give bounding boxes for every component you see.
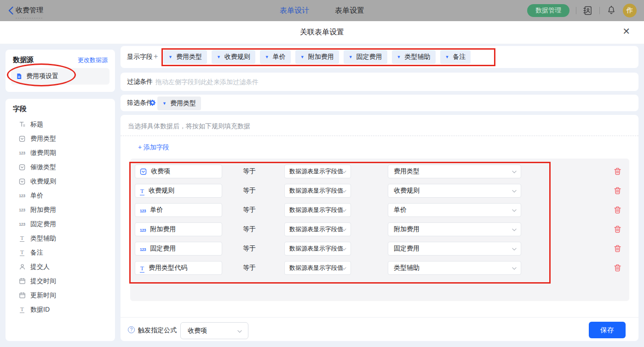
select-icon [18, 178, 26, 185]
contacts-icon[interactable] [583, 6, 593, 16]
field-item[interactable]: 123缴费周期 [6, 146, 115, 160]
rule-target-field[interactable]: 123单价 [135, 203, 222, 217]
field-item[interactable]: 123固定费用 [6, 217, 115, 231]
field-item[interactable]: 123附加费用 [6, 203, 115, 217]
field-item[interactable]: 更新时间 [6, 288, 115, 302]
help-icon[interactable]: ? [128, 326, 135, 333]
source-field-select[interactable]: 费用类型 [388, 165, 521, 178]
trash-icon[interactable] [614, 205, 621, 214]
field-item[interactable]: 123单价 [6, 188, 115, 203]
source-value-select[interactable]: 数据源表显示字段值 [284, 222, 351, 236]
tab-form-design[interactable]: 表单设计 [280, 6, 309, 16]
close-icon[interactable]: ✕ [622, 27, 630, 36]
gear-icon[interactable] [149, 99, 156, 106]
text-icon: T [18, 235, 26, 242]
source-field-select[interactable]: 收费规则 [388, 184, 521, 198]
document-icon [16, 73, 23, 80]
display-tag[interactable]: ▼单价 [260, 50, 291, 64]
source-field-select[interactable]: 固定费用 [388, 242, 521, 256]
trash-icon[interactable] [614, 263, 621, 272]
trash-icon[interactable] [614, 244, 621, 253]
rules-footer: ? 触发指定公式 收费项 保存 [121, 317, 638, 341]
source-field-select[interactable]: 单价 [388, 203, 521, 217]
fields-card: 字段 标题 费用类型 123缴费周期 催缴类型 收费规则 123单价 123附加… [6, 99, 115, 341]
filter-dropzone[interactable]: 拖动左侧字段到此处来添加过滤条件 [155, 78, 259, 86]
display-tag[interactable]: ▼费用类型 [163, 50, 207, 64]
screen-condition-tag[interactable]: ▼费用类型 [157, 97, 201, 110]
trigger-formula-select[interactable]: 收费项 [180, 322, 248, 339]
filter-label: 过滤条件 [127, 78, 153, 86]
source-value-select[interactable]: 数据源表显示字段值 [284, 184, 351, 198]
source-value-select[interactable]: 数据源表显示字段值 [284, 261, 351, 275]
topbar-right: 数据管理 作 [527, 0, 637, 21]
avatar[interactable]: 作 [623, 4, 637, 17]
save-button[interactable]: 保存 [589, 322, 626, 338]
rule-target-field[interactable]: T收费规则 [135, 184, 222, 198]
display-tag[interactable]: ▼收费规则 [212, 50, 255, 64]
caret-down-icon: ▼ [300, 55, 305, 59]
chevron-down-icon [342, 209, 346, 212]
fill-rules-card: 当选择具体数据后，将按如下规则填充数据 + 添加字段 收费项 等于 数据源表显示… [121, 115, 638, 341]
filter-card: 过滤条件 拖动左侧字段到此处来添加过滤条件 [121, 73, 638, 91]
source-value-select[interactable]: 数据源表显示字段值 [284, 165, 351, 178]
tab-form-settings[interactable]: 表单设置 [335, 6, 364, 16]
datasource-item-label: 费用项设置 [26, 72, 58, 80]
screen-condition-card: 筛选条件 ▼费用类型 [121, 95, 638, 111]
add-field-link[interactable]: + 添加字段 [138, 143, 169, 152]
chevron-down-icon [512, 209, 517, 212]
rules-panel: 收费项 等于 数据源表显示字段值 费用类型 T收费规则 等于 数据源表显示字段值… [130, 159, 629, 301]
datasource-card: 数据源 更改数据源 费用项设置 [6, 50, 115, 92]
field-item[interactable]: 提交时间 [6, 274, 115, 288]
modal-header: 关联表单设置 ✕ [0, 21, 644, 44]
number-icon: 123 [18, 222, 26, 227]
number-icon: 123 [18, 151, 26, 155]
field-item[interactable]: T备注 [6, 245, 115, 260]
source-field-select[interactable]: 类型辅助 [388, 261, 521, 275]
operator-label: 等于 [243, 245, 256, 253]
source-value-select[interactable]: 数据源表显示字段值 [284, 242, 351, 256]
person-icon [18, 263, 26, 270]
operator-label: 等于 [243, 225, 256, 233]
add-display-field-button[interactable]: + [154, 52, 158, 61]
bell-icon[interactable] [606, 6, 616, 16]
source-value-select[interactable]: 数据源表显示字段值 [284, 203, 351, 217]
rule-target-field[interactable]: 收费项 [135, 165, 222, 178]
divider [599, 7, 600, 14]
data-manage-button[interactable]: 数据管理 [527, 4, 569, 17]
field-item[interactable]: 催缴类型 [6, 160, 115, 174]
trash-icon[interactable] [614, 186, 621, 195]
display-fields-label: 显示字段 [127, 53, 153, 61]
rule-row: 收费项 等于 数据源表显示字段值 费用类型 [130, 165, 629, 178]
trash-icon[interactable] [614, 225, 621, 233]
display-tag[interactable]: ▼固定费用 [344, 50, 387, 64]
modal-title: 关联表单设置 [0, 28, 644, 37]
field-item[interactable]: 标题 [6, 117, 115, 131]
operator-label: 等于 [243, 206, 256, 214]
field-item[interactable]: T类型辅助 [6, 231, 115, 245]
dashed-divider [121, 136, 638, 136]
display-tag[interactable]: ▼备注 [440, 50, 471, 64]
display-tag[interactable]: ▼类型辅助 [392, 50, 436, 64]
field-item[interactable]: T数据ID [6, 302, 115, 317]
display-tag[interactable]: ▼附加费用 [295, 50, 339, 64]
rule-target-field[interactable]: T费用类型代码 [135, 261, 222, 275]
rule-row: T费用类型代码 等于 数据源表显示字段值 类型辅助 [130, 261, 629, 275]
rule-target-field[interactable]: 123附加费用 [135, 222, 222, 236]
caret-down-icon: ▼ [162, 101, 167, 106]
datasource-item[interactable]: 费用项设置 [11, 68, 109, 85]
chevron-down-icon [342, 228, 346, 232]
field-item[interactable]: 提交人 [6, 260, 115, 274]
trigger-formula-label: 触发指定公式 [138, 326, 177, 335]
source-field-select[interactable]: 附加费用 [388, 222, 521, 236]
caret-down-icon: ▼ [397, 55, 401, 59]
number-icon: 123 [140, 226, 146, 233]
field-item[interactable]: 收费规则 [6, 174, 115, 188]
change-datasource-link[interactable]: 更改数据源 [78, 56, 108, 64]
rule-target-field[interactable]: 123固定费用 [135, 242, 222, 256]
trash-icon[interactable] [614, 167, 621, 176]
chevron-down-icon [342, 190, 346, 193]
field-item[interactable]: 费用类型 [6, 131, 115, 146]
select-icon [18, 136, 26, 142]
number-icon: 123 [140, 206, 146, 214]
chevron-down-icon [512, 267, 517, 270]
